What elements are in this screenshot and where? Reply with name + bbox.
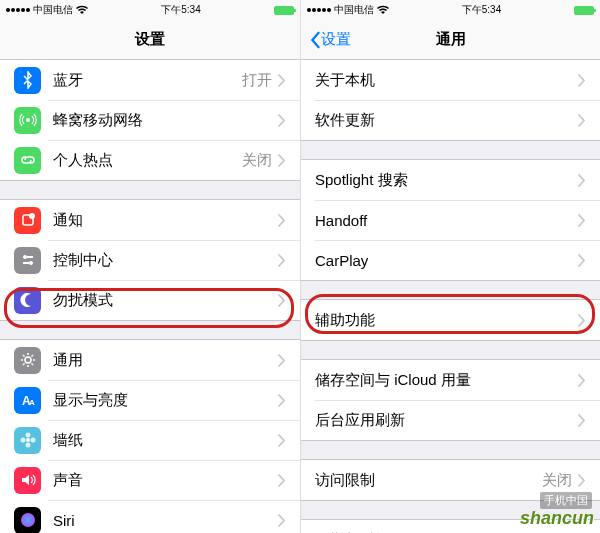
row-handoff[interactable]: Handoff bbox=[301, 200, 600, 240]
row-label: 关于本机 bbox=[315, 71, 578, 90]
svg-text:A: A bbox=[29, 398, 35, 407]
page-title: 设置 bbox=[135, 30, 165, 49]
back-button[interactable]: 设置 bbox=[309, 30, 351, 49]
chevron-right-icon bbox=[578, 474, 586, 487]
chevron-right-icon bbox=[578, 214, 586, 227]
back-label: 设置 bbox=[321, 30, 351, 49]
chevron-right-icon bbox=[578, 114, 586, 127]
row-wallpaper[interactable]: 墙纸 bbox=[0, 420, 300, 460]
row-value: 打开 bbox=[242, 71, 272, 90]
row-dnd[interactable]: 勿扰模式 bbox=[0, 280, 300, 320]
battery-icon bbox=[274, 6, 294, 15]
settings-group: 蓝牙打开蜂窝移动网络个人热点关闭 bbox=[0, 60, 300, 181]
chevron-right-icon bbox=[278, 294, 286, 307]
chevron-right-icon bbox=[278, 154, 286, 167]
chevron-right-icon bbox=[578, 314, 586, 327]
chevron-right-icon bbox=[578, 74, 586, 87]
wifi-icon bbox=[76, 5, 88, 15]
row-label: 声音 bbox=[53, 471, 278, 490]
row-label: 墙纸 bbox=[53, 431, 278, 450]
row-label: 个人热点 bbox=[53, 151, 242, 170]
row-label: 辅助功能 bbox=[315, 311, 578, 330]
chevron-right-icon bbox=[578, 414, 586, 427]
svg-rect-6 bbox=[23, 262, 29, 264]
link-icon bbox=[14, 147, 41, 174]
chevron-right-icon bbox=[278, 514, 286, 527]
row-label: Handoff bbox=[315, 212, 578, 229]
status-bar: 中国电信 下午5:34 bbox=[0, 0, 300, 20]
svg-point-11 bbox=[25, 433, 30, 438]
row-carplay[interactable]: CarPlay bbox=[301, 240, 600, 280]
svg-point-10 bbox=[26, 438, 30, 442]
row-storage[interactable]: 储存空间与 iCloud 用量 bbox=[301, 360, 600, 400]
row-label: 后台应用刷新 bbox=[315, 411, 578, 430]
carrier: 中国电信 bbox=[33, 3, 73, 17]
row-siri[interactable]: Siri bbox=[0, 500, 300, 533]
svg-rect-4 bbox=[27, 256, 33, 258]
chevron-right-icon bbox=[278, 394, 286, 407]
settings-group: 辅助功能 bbox=[301, 299, 600, 341]
row-label: 蓝牙 bbox=[53, 71, 242, 90]
speaker-icon bbox=[14, 467, 41, 494]
page-title: 通用 bbox=[436, 30, 466, 49]
row-background-refresh[interactable]: 后台应用刷新 bbox=[301, 400, 600, 440]
row-label: CarPlay bbox=[315, 252, 578, 269]
siri-icon bbox=[14, 507, 41, 534]
svg-point-2 bbox=[29, 213, 35, 219]
status-bar: 中国电信 下午5:34 bbox=[301, 0, 600, 20]
row-control-center[interactable]: 控制中心 bbox=[0, 240, 300, 280]
chevron-right-icon bbox=[278, 434, 286, 447]
chevron-right-icon bbox=[278, 474, 286, 487]
row-display[interactable]: AA显示与亮度 bbox=[0, 380, 300, 420]
row-cellular[interactable]: 蜂窝移动网络 bbox=[0, 100, 300, 140]
settings-group: Spotlight 搜索HandoffCarPlay bbox=[301, 159, 600, 281]
row-spotlight[interactable]: Spotlight 搜索 bbox=[301, 160, 600, 200]
row-software-update[interactable]: 软件更新 bbox=[301, 100, 600, 140]
svg-point-3 bbox=[23, 255, 27, 259]
chevron-right-icon bbox=[278, 74, 286, 87]
chevron-right-icon bbox=[278, 254, 286, 267]
row-sounds[interactable]: 声音 bbox=[0, 460, 300, 500]
watermark-shancun: shancun bbox=[520, 508, 594, 529]
row-label: Spotlight 搜索 bbox=[315, 171, 578, 190]
row-label: 软件更新 bbox=[315, 111, 578, 130]
row-label: 通用 bbox=[53, 351, 278, 370]
row-label: 显示与亮度 bbox=[53, 391, 278, 410]
flower-icon bbox=[14, 427, 41, 454]
wifi-icon bbox=[377, 5, 389, 15]
row-accessibility[interactable]: 辅助功能 bbox=[301, 300, 600, 340]
text-size-icon: AA bbox=[14, 387, 41, 414]
row-label: 通知 bbox=[53, 211, 278, 230]
gear-icon bbox=[14, 347, 41, 374]
row-value: 关闭 bbox=[242, 151, 272, 170]
row-label: 访问限制 bbox=[315, 471, 542, 490]
svg-point-14 bbox=[30, 438, 35, 443]
row-about[interactable]: 关于本机 bbox=[301, 60, 600, 100]
row-label: 储存空间与 iCloud 用量 bbox=[315, 371, 578, 390]
svg-point-0 bbox=[26, 118, 30, 122]
settings-group: 通知控制中心勿扰模式 bbox=[0, 199, 300, 321]
row-value: 关闭 bbox=[542, 471, 572, 490]
row-hotspot[interactable]: 个人热点关闭 bbox=[0, 140, 300, 180]
status-time: 下午5:34 bbox=[161, 3, 200, 17]
status-time: 下午5:34 bbox=[462, 3, 501, 17]
row-label: 蜂窝移动网络 bbox=[53, 111, 278, 130]
row-label: 勿扰模式 bbox=[53, 291, 278, 310]
svg-point-13 bbox=[20, 438, 25, 443]
chevron-right-icon bbox=[578, 174, 586, 187]
chevron-right-icon bbox=[578, 254, 586, 267]
nav-bar: 设置 通用 bbox=[301, 20, 600, 60]
row-label: 控制中心 bbox=[53, 251, 278, 270]
settings-group: 通用AA显示与亮度墙纸声音SiriTouch ID 与密码电池 bbox=[0, 339, 300, 533]
nav-bar: 设置 bbox=[0, 20, 300, 60]
row-notifications[interactable]: 通知 bbox=[0, 200, 300, 240]
svg-point-5 bbox=[29, 261, 33, 265]
moon-icon bbox=[14, 287, 41, 314]
carrier: 中国电信 bbox=[334, 3, 374, 17]
svg-point-7 bbox=[25, 357, 31, 363]
row-general[interactable]: 通用 bbox=[0, 340, 300, 380]
row-bluetooth[interactable]: 蓝牙打开 bbox=[0, 60, 300, 100]
svg-point-12 bbox=[25, 443, 30, 448]
bluetooth-icon bbox=[14, 67, 41, 94]
notify-icon bbox=[14, 207, 41, 234]
